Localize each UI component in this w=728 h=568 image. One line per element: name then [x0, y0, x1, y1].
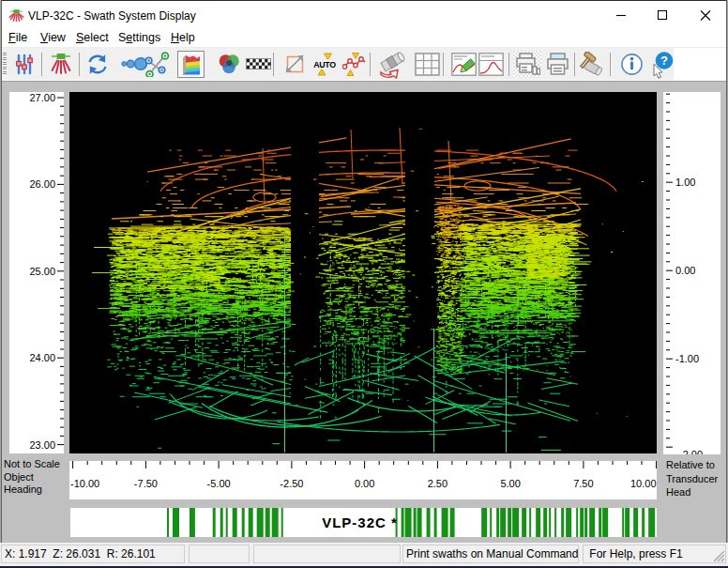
svg-text:7.50: 7.50 [573, 478, 593, 489]
svg-text:-10.00: -10.00 [70, 478, 99, 489]
svg-text:AUTO: AUTO [313, 60, 336, 69]
svg-text:?: ? [660, 54, 668, 68]
svg-text:27.00: 27.00 [29, 92, 55, 103]
svg-text:-7.50: -7.50 [134, 478, 158, 489]
svg-text:25.00: 25.00 [29, 266, 55, 277]
svg-text:-2.00: -2.00 [679, 449, 703, 454]
svg-text:23.00: 23.00 [29, 439, 55, 451]
svg-text:0.00: 0.00 [675, 265, 695, 276]
svg-text:2.50: 2.50 [428, 478, 447, 489]
svg-text:-5.00: -5.00 [207, 478, 231, 489]
svg-text:10.00: 10.00 [630, 478, 657, 489]
svg-text:0.00: 0.00 [355, 478, 374, 489]
svg-text:24.00: 24.00 [29, 352, 55, 363]
svg-text:-1.00: -1.00 [675, 353, 699, 364]
svg-text:26.00: 26.00 [29, 178, 55, 190]
svg-text:-2.50: -2.50 [280, 478, 303, 489]
svg-text:5.00: 5.00 [500, 478, 520, 489]
svg-text:1.00: 1.00 [675, 177, 695, 188]
